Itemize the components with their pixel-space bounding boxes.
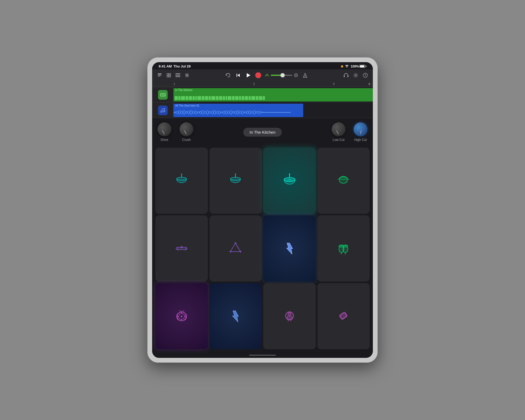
svg-rect-24 [347,76,348,77]
high-cut-knob[interactable] [354,122,368,136]
svg-rect-2 [158,76,160,76]
crush-knob-group: Crush [179,122,193,142]
time-display: 9:41 AM [159,64,172,68]
svg-rect-1 [158,75,162,75]
notes-icon[interactable] [156,72,163,78]
controls-area: Drive Crush In The Kitchen Low Cut High … [152,118,373,146]
orange-dot [341,65,343,68]
svg-rect-8 [175,75,180,76]
svg-line-51 [338,179,339,180]
help-icon[interactable]: ? [362,72,369,78]
pad-1[interactable] [155,148,208,214]
status-left: 9:41 AM Thu Jul 29 [159,64,191,68]
svg-point-59 [240,251,241,252]
status-right: 100% [341,64,366,68]
svg-text:?: ? [365,74,366,77]
pads-grid [152,146,373,352]
pad-10[interactable] [209,283,262,349]
svg-point-25 [355,74,357,76]
tempo-slider[interactable] [265,73,298,77]
ipad-screen: 9:41 AM Thu Jul 29 100% [152,62,373,358]
midi-track-label: In The Kitchen [175,89,192,92]
toolbar-center [225,72,308,78]
svg-point-42 [235,173,236,174]
drive-knob-group: Drive [158,122,171,142]
midi-region[interactable]: In The Kitchen [174,88,373,102]
headphones-icon[interactable] [343,72,349,78]
pad-12[interactable] [317,283,370,349]
svg-rect-0 [158,73,162,74]
crush-label: Crush [182,138,191,142]
skip-back-button[interactable] [235,72,241,78]
tracks-icon[interactable] [166,72,172,78]
pad-6[interactable] [209,215,262,282]
svg-point-46 [289,173,290,175]
high-cut-label: High Cut [354,138,367,142]
svg-line-83 [290,320,291,321]
waveform [174,108,291,117]
audio-track-header[interactable] [152,103,174,118]
svg-marker-18 [247,73,250,77]
svg-rect-4 [169,73,171,75]
svg-point-76 [181,311,182,313]
pad-3[interactable] [263,148,316,214]
metronome-icon[interactable] [302,72,308,78]
pad-9[interactable] [155,283,208,349]
wifi-icon [345,64,349,68]
svg-line-52 [348,179,349,180]
tracks-container: In The Kitchen [152,87,373,118]
audio-track-icon [158,106,168,115]
svg-point-55 [180,246,183,248]
patch-name-button[interactable]: In The Kitchen [243,128,282,137]
svg-marker-16 [238,74,240,77]
toolbar-left [156,72,190,78]
mixer-icon[interactable] [184,72,190,78]
pad-7[interactable] [263,215,316,282]
high-cut-knob-group: High Cut [354,122,368,142]
home-indicator [152,352,373,358]
svg-rect-50 [339,178,347,180]
svg-rect-3 [167,73,168,75]
svg-rect-6 [169,76,171,77]
toolbar: ? [152,69,373,81]
svg-marker-56 [231,243,241,252]
status-bar: 9:41 AM Thu Jul 29 100% [152,62,373,69]
svg-line-82 [288,320,288,321]
audio-track-content: All The Soul Intro 01 [174,103,373,118]
midi-track-row: In The Kitchen [152,87,373,103]
low-cut-knob-group: Low Cut [332,122,346,142]
pad-2[interactable] [209,148,262,214]
svg-point-60 [230,251,231,252]
timeline-area: 1 2 3 + In The Kitchen [152,81,373,118]
battery-indicator: 100% [351,65,366,68]
audio-track-label: All The Soul Intro 01 [175,104,199,107]
midi-track-icon [158,90,168,100]
pad-4[interactable] [317,148,370,214]
svg-line-78 [183,310,184,311]
list-icon[interactable] [175,72,181,78]
crush-knob[interactable] [179,122,193,136]
pad-5[interactable] [155,215,208,282]
pad-8[interactable] [317,215,370,282]
audio-track-row: All The Soul Intro 01 [152,103,373,118]
low-cut-knob[interactable] [332,122,346,136]
add-track-button[interactable]: + [368,81,371,87]
drive-knob[interactable] [158,122,171,136]
midi-track-content: In The Kitchen [174,87,373,102]
svg-point-66 [343,245,348,247]
midi-track-header[interactable] [152,87,174,102]
svg-point-47 [287,179,291,180]
svg-rect-9 [175,76,180,77]
svg-point-38 [181,173,182,174]
record-button[interactable] [255,72,261,78]
svg-point-58 [235,242,236,244]
midi-bars [175,96,372,100]
svg-point-71 [181,316,182,317]
play-button[interactable] [245,72,252,78]
svg-rect-28 [160,93,165,96]
svg-rect-23 [344,76,345,77]
pad-11[interactable] [263,283,316,349]
audio-region[interactable]: All The Soul Intro 01 [174,104,303,117]
undo-button[interactable] [225,72,231,78]
settings-icon[interactable] [352,72,359,78]
